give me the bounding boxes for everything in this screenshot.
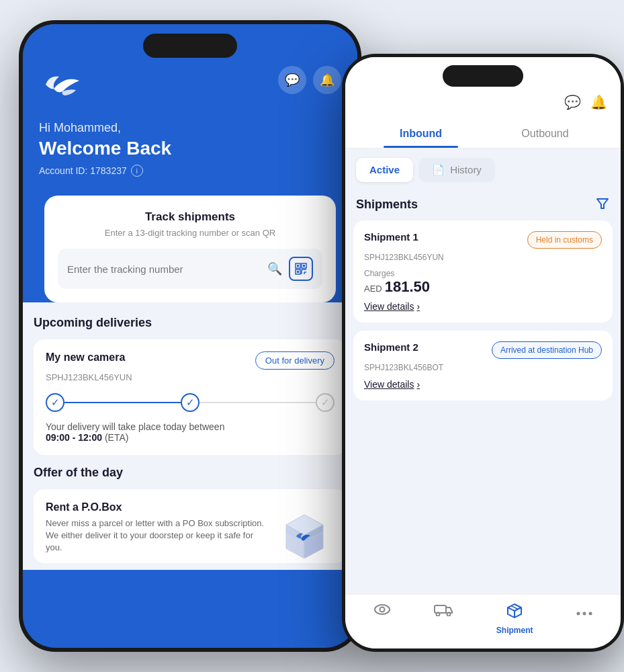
svg-line-23: [508, 607, 515, 611]
upcoming-deliveries-title: Upcoming deliveries: [34, 316, 347, 330]
svg-point-17: [375, 605, 390, 614]
progress-track: ✓ ✓ ✓: [46, 393, 335, 412]
left-phone: 💬 🔔 Hi Mohammed, Welcome Back Account ID…: [19, 20, 361, 652]
bottom-navigation: Shipment: [345, 594, 621, 648]
progress-dot-1: ✓: [46, 393, 64, 412]
svg-rect-5: [297, 271, 299, 273]
shipment-1-view-details[interactable]: View details ›: [364, 301, 602, 312]
shipment-2-status-badge: Arrived at destination Hub: [492, 341, 602, 359]
svg-point-18: [380, 607, 385, 612]
shipment-1-status-badge: Held in customs: [527, 231, 602, 249]
nav-item-delivery[interactable]: [434, 603, 453, 635]
filter-button[interactable]: [595, 196, 610, 214]
dynamic-island-left: [143, 34, 237, 58]
right-bell-button[interactable]: 🔔: [590, 94, 607, 110]
phones-container: 💬 🔔 Hi Mohammed, Welcome Back Account ID…: [0, 0, 624, 672]
package-icon: [506, 603, 523, 623]
chat-icon: 💬: [285, 73, 300, 87]
svg-rect-3: [297, 265, 299, 267]
chat-button[interactable]: 💬: [278, 66, 306, 94]
svg-point-27: [576, 612, 580, 616]
svg-rect-4: [303, 265, 305, 267]
charges-amount: 181.50: [385, 278, 430, 296]
shipment-2-name: Shipment 2: [364, 341, 418, 353]
sub-tab-active[interactable]: Active: [356, 158, 413, 182]
shipment-1-tracking: SPHJ123BKL456YUN: [364, 253, 602, 262]
welcome-text: Welcome Back: [39, 138, 341, 159]
tracking-input-row[interactable]: 🔍: [58, 249, 322, 289]
shipment-nav-label: Shipment: [496, 626, 533, 635]
right-header-icons: 💬 🔔: [359, 94, 607, 110]
track-card: Track shipments Enter a 13-digit trackin…: [44, 196, 336, 302]
progress-line-2: [199, 402, 316, 403]
progress-dot-2: ✓: [181, 393, 199, 412]
svg-rect-19: [435, 605, 446, 613]
offer-title: Rent a P.O.Box: [46, 501, 267, 513]
nav-item-eye[interactable]: [373, 603, 391, 635]
delivery-time: Your delivery will take place today betw…: [46, 421, 335, 443]
chevron-right-icon-2: ›: [416, 379, 420, 390]
progress-line-1: [64, 402, 181, 403]
sub-tabs: Active 📄 History: [345, 149, 621, 192]
tab-inbound[interactable]: Inbound: [359, 121, 483, 148]
search-icon: 🔍: [267, 261, 282, 276]
right-chat-button[interactable]: 💬: [564, 94, 581, 110]
qr-scan-button[interactable]: [289, 257, 313, 281]
track-title: Track shipments: [58, 210, 322, 224]
charges-currency: AED: [364, 284, 382, 294]
shipment-2-view-details[interactable]: View details ›: [364, 379, 602, 390]
offer-section-title: Offer of the day: [34, 466, 347, 480]
shipment-card-1: Shipment 1 Held in customs SPHJ123BKL456…: [353, 220, 613, 323]
shipments-section-title: Shipments: [356, 198, 418, 212]
greeting-text: Hi Mohammed,: [39, 121, 341, 135]
shipment-1-name: Shipment 1: [364, 231, 418, 243]
truck-icon: [434, 603, 453, 620]
dynamic-island-right: [443, 65, 523, 87]
tracking-input[interactable]: [67, 263, 261, 275]
account-id: Account ID: 1783237 i: [39, 165, 341, 177]
notification-button[interactable]: 🔔: [313, 66, 341, 94]
main-tabs: Inbound Outbound: [359, 121, 607, 148]
offer-card: Rent a P.O.Box Never miss a parcel or le…: [34, 489, 347, 563]
delivery-tracking-number: SPHJ123BKL456YUN: [46, 372, 335, 382]
svg-point-29: [588, 612, 592, 616]
svg-marker-16: [597, 199, 608, 208]
svg-point-21: [447, 613, 451, 616]
shipment-card-2: Shipment 2 Arrived at destination Hub SP…: [353, 331, 613, 401]
svg-point-20: [437, 613, 440, 616]
sub-tab-history[interactable]: 📄 History: [418, 158, 495, 182]
shipment-1-charges: Charges AED 181.50: [364, 269, 602, 296]
svg-point-28: [582, 612, 586, 616]
history-icon: 📄: [432, 164, 445, 175]
shipments-header: Shipments: [345, 192, 621, 220]
chevron-right-icon: ›: [416, 301, 420, 312]
more-icon: [576, 603, 592, 620]
charges-label: Charges: [364, 269, 602, 278]
nav-item-shipment[interactable]: Shipment: [496, 603, 533, 635]
info-icon[interactable]: i: [131, 165, 143, 177]
delivery-status-badge: Out for delivery: [255, 351, 335, 370]
eye-icon: [373, 603, 391, 620]
bell-icon: 🔔: [320, 73, 335, 87]
shipment-2-tracking: SPHJ123BKL456BOT: [364, 363, 602, 372]
tab-outbound[interactable]: Outbound: [483, 121, 607, 148]
offer-description: Never miss a parcel or letter with a PO …: [46, 517, 267, 554]
delivery-name: My new camera: [46, 351, 125, 364]
delivery-card: My new camera Out for delivery SPHJ123BK…: [34, 339, 347, 455]
nav-item-more[interactable]: [576, 603, 592, 635]
offer-image: [274, 501, 335, 558]
progress-dot-3: ✓: [316, 393, 335, 412]
right-phone: 💬 🔔 Inbound Outbound Active 📄 History: [342, 54, 624, 652]
svg-line-26: [511, 606, 518, 610]
track-subtitle: Enter a 13-digit tracking number or scan…: [58, 228, 322, 238]
brand-logo: [39, 70, 93, 102]
